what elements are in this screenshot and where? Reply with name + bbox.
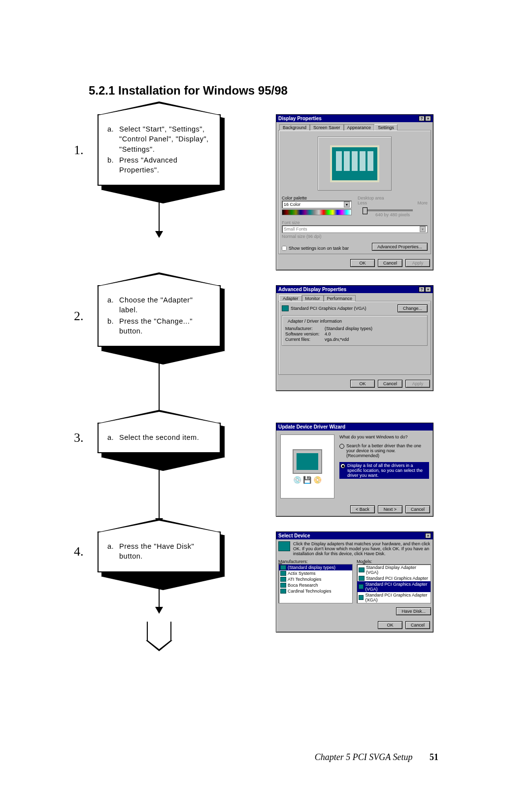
monitor-preview: [318, 136, 392, 191]
step-1b-label: b.: [107, 155, 116, 175]
models-label: Models:: [357, 559, 431, 564]
section-heading: 5.2.1 Installation for Windows 95/98: [89, 84, 443, 98]
step-4a-text: Press the "Have Disk" button.: [119, 541, 211, 562]
arrow-3-4: [159, 470, 160, 524]
wizard-prompt: What do you want Windows to do?: [339, 434, 429, 439]
adapter-info-group-label: Adapter / Driver information: [286, 319, 343, 324]
step-3-number: 3.: [74, 431, 84, 445]
page-footer: Chapter 5 PCI SVGA Setup 51: [0, 752, 532, 763]
dlg2-apply-button[interactable]: Apply: [405, 380, 430, 388]
list-item[interactable]: Actix Systems: [279, 570, 352, 576]
dlg1-ok-button[interactable]: OK: [350, 259, 375, 267]
palette-swatch: [282, 209, 352, 215]
step-3-box: 3. a.Select the second item.: [89, 423, 246, 453]
swver-value: 4.0: [325, 332, 331, 336]
step-1b-text: Press "Advanced Properties".: [119, 155, 211, 175]
tab-adapter[interactable]: Adapter: [279, 295, 302, 301]
change-button[interactable]: Change...: [398, 304, 428, 312]
have-disk-button[interactable]: Have Disk...: [396, 607, 431, 615]
list-item[interactable]: Standard Display Adapter (VGA): [357, 565, 431, 575]
step-3a-text: Select the second item.: [119, 432, 199, 442]
dlg1-window-controls[interactable]: ?×: [419, 116, 431, 121]
mfg-label: Manufacturer:: [285, 326, 325, 331]
display-properties-dialog: Display Properties ?× Background Screen …: [276, 114, 433, 270]
dlg1-cancel-button[interactable]: Cancel: [378, 259, 402, 267]
wizard-illustration: 💿 💾 📀: [280, 434, 334, 498]
dlg1-apply-button[interactable]: Apply: [405, 259, 430, 267]
advanced-display-properties-dialog: Advanced Display Properties ?× Adapter M…: [276, 285, 433, 391]
dlg2-window-controls[interactable]: ?×: [419, 287, 431, 292]
step-3a-label: a.: [107, 432, 116, 442]
step-1-box: 1. a.Select "Start", "Settings", "Contro…: [89, 114, 246, 186]
list-item[interactable]: Standard PCI Graphics Adapter (XGA): [357, 592, 431, 603]
wizard-back-button[interactable]: < Back: [350, 505, 375, 513]
swver-label: Software version:: [285, 332, 325, 336]
show-icon-checkbox[interactable]: Show settings icon on task bar: [282, 246, 349, 251]
select-device-intro: Click the Display adapters that matches …: [293, 541, 431, 556]
dlg1-title: Display Properties: [278, 116, 322, 121]
footer-chapter: Chapter 5 PCI SVGA Setup: [315, 752, 413, 762]
dlg4-window-controls[interactable]: ×: [425, 533, 431, 538]
adapter-name: Standard PCI Graphics Adapter (VGA): [291, 306, 366, 311]
device-icon: [278, 541, 290, 551]
step-2-number: 2.: [74, 309, 84, 324]
font-dpi-note: Normal size (96 dpi): [282, 234, 428, 239]
dlg3-title: Update Device Driver Wizard: [278, 424, 345, 430]
adapter-icon: [282, 305, 289, 311]
wizard-option-search[interactable]: Search for a better driver than the one …: [339, 443, 429, 458]
dlg2-cancel-button[interactable]: Cancel: [378, 380, 402, 388]
dlg4-ok-button[interactable]: OK: [378, 621, 402, 629]
arrow-1-2: [159, 202, 160, 237]
arrow-4-end: [159, 589, 160, 613]
tab-appearance[interactable]: Appearance: [344, 124, 375, 131]
select-device-dialog: Select Device × Click the Display adapte…: [276, 531, 433, 632]
resolution-value: 640 by 480 pixels: [358, 212, 428, 217]
color-palette-label: Color palette: [282, 196, 352, 200]
update-driver-wizard-dialog: Update Device Driver Wizard 💿 💾 📀 What d…: [276, 423, 433, 517]
manufacturers-list[interactable]: (Standard display types) Actix Systems A…: [278, 564, 353, 603]
step-4-box: 4. a.Press the "Have Disk" button.: [89, 531, 246, 572]
tab-background[interactable]: Background: [279, 124, 310, 131]
color-palette-dropdown[interactable]: 16 Color▼: [282, 200, 352, 208]
step-2-box: 2. a.Choose the "Adapter" label. b.Press…: [89, 285, 246, 347]
curfiles-label: Current files:: [285, 337, 325, 342]
step-2b-text: Press the "Change..." button.: [119, 316, 211, 336]
font-size-dropdown: Small Fonts▼: [282, 225, 428, 233]
desktop-area-label: Desktop area: [358, 196, 428, 200]
list-item[interactable]: (Standard display types): [279, 565, 352, 570]
resolution-slider[interactable]: [363, 209, 413, 211]
step-1a-text: Select "Start", "Settings", "Control Pan…: [119, 124, 211, 154]
list-item[interactable]: Super VGA: [357, 603, 431, 603]
dlg2-ok-button[interactable]: OK: [350, 380, 375, 388]
tab-performance[interactable]: Performance: [324, 295, 356, 301]
wizard-next-button[interactable]: Next >: [378, 505, 402, 513]
manufacturers-label: Manufacturers:: [278, 559, 353, 564]
step-4a-label: a.: [107, 541, 116, 562]
models-list[interactable]: Standard Display Adapter (VGA) Standard …: [357, 564, 431, 603]
tab-screensaver[interactable]: Screen Saver: [310, 124, 344, 131]
list-item[interactable]: ATI Technologies: [279, 576, 352, 582]
list-item[interactable]: Boca Research: [279, 582, 352, 588]
dlg4-title: Select Device: [278, 533, 310, 538]
dlg2-title: Advanced Display Properties: [278, 287, 346, 292]
tab-monitor[interactable]: Monitor: [302, 295, 324, 301]
step-1-number: 1.: [74, 143, 84, 158]
wizard-cancel-button[interactable]: Cancel: [405, 505, 430, 513]
list-item[interactable]: Standard PCI Graphics Adapter: [357, 575, 431, 581]
wizard-option-list[interactable]: Display a list of all the drivers in a s…: [339, 462, 429, 479]
advanced-properties-button[interactable]: Advanced Properties...: [372, 243, 428, 251]
footer-page-number: 51: [430, 752, 438, 762]
dlg4-cancel-button[interactable]: Cancel: [405, 621, 430, 629]
tab-settings[interactable]: Settings: [374, 124, 398, 131]
curfiles-value: vga.drv,*vdd: [325, 337, 349, 342]
step-1a-label: a.: [107, 124, 116, 154]
flow-terminator: [147, 622, 171, 641]
list-item[interactable]: Standard PCI Graphics Adapter (VGA): [357, 581, 431, 592]
mfg-value: (Standard display types): [325, 326, 372, 331]
step-2b-label: b.: [107, 316, 116, 336]
step-2a-text: Choose the "Adapter" label.: [119, 295, 211, 315]
list-item[interactable]: Cardinal Technologies: [279, 588, 352, 594]
step-4-number: 4.: [74, 544, 84, 559]
step-2a-label: a.: [107, 295, 116, 315]
font-size-label: Font size: [282, 220, 428, 225]
